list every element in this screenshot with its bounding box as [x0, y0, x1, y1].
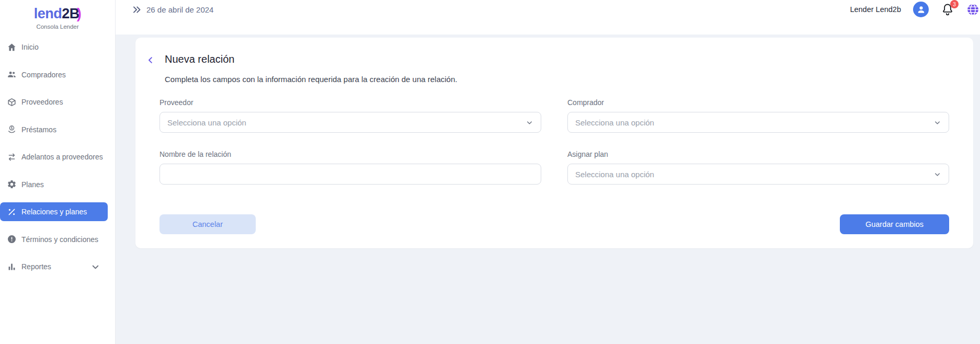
sidebar-item-planes[interactable]: Planes — [0, 171, 108, 199]
asignar-plan-select[interactable]: Selecciona una opción — [567, 164, 949, 185]
sidebar-item-label: Inicio — [21, 43, 39, 51]
relation-name-input[interactable] — [159, 164, 541, 185]
back-button[interactable] — [146, 55, 155, 65]
asignar-plan-label: Asignar plan — [567, 150, 949, 158]
brand-logo: lend2B) Consola Lender — [0, 0, 115, 30]
proveedor-field: Proveedor Selecciona una opción — [159, 98, 541, 133]
sidebar-item-label: Términos y condiciones — [21, 235, 98, 244]
loan-icon — [5, 124, 18, 135]
logo-subtitle: Consola Lender — [0, 24, 115, 30]
asignar-plan-placeholder: Selecciona una opción — [575, 170, 933, 179]
sidebar-item-label: Préstamos — [21, 125, 56, 134]
cancel-button[interactable]: Cancelar — [159, 214, 256, 234]
sidebar-item-compradores[interactable]: Compradores — [0, 61, 108, 89]
new-relation-card: Nueva relación Completa los campos con l… — [135, 38, 973, 248]
chevron-down-icon — [933, 170, 941, 178]
proveedor-label: Proveedor — [159, 98, 541, 107]
chevron-left-icon — [146, 55, 155, 65]
sidebar-item-label: Reportes — [21, 262, 51, 271]
users-icon — [5, 70, 18, 80]
language-button[interactable] — [966, 3, 979, 16]
comprador-label: Comprador — [567, 98, 949, 107]
page-subtitle: Completa los campos con la información r… — [165, 75, 457, 84]
sidebar-item-proveedores[interactable]: Proveedores — [0, 88, 108, 116]
sidebar-item-label: Adelantos a proveedores — [21, 153, 103, 161]
user-name: Lender Lend2b — [850, 5, 901, 14]
sidebar-collapse-button[interactable] — [132, 5, 142, 15]
person-icon — [916, 5, 926, 15]
comprador-field: Comprador Selecciona una opción — [567, 98, 949, 133]
sidebar-item-inicio[interactable]: Inicio — [0, 33, 108, 61]
relation-name-field: Nombre de la relación — [159, 150, 541, 185]
sidebar-item-label: Relaciones y planes — [21, 208, 87, 216]
logo-primary-text: lend — [34, 6, 62, 21]
sidebar-item-adelantos[interactable]: Adelantos a proveedores — [0, 143, 108, 171]
sidebar-item-label: Planes — [21, 180, 44, 189]
page-title: Nueva relación — [165, 53, 234, 65]
sidebar-item-terminos[interactable]: Términos y condiciones — [0, 226, 108, 254]
save-button[interactable]: Guardar cambios — [840, 214, 949, 234]
sidebar-item-prestamos[interactable]: Préstamos — [0, 116, 108, 144]
sidebar-item-relaciones-y-planes[interactable]: Relaciones y planes — [0, 202, 108, 221]
chevron-down-icon — [526, 119, 533, 127]
proveedor-select[interactable]: Selecciona una opción — [159, 112, 541, 133]
logo-text: lend2B) — [0, 5, 115, 22]
user-avatar-button[interactable] — [913, 2, 929, 17]
asignar-plan-field: Asignar plan Selecciona una opción — [567, 150, 949, 185]
comprador-select[interactable]: Selecciona una opción — [567, 112, 949, 133]
bar-chart-icon — [5, 261, 18, 272]
percent-icon — [5, 207, 18, 217]
logo-accent-mark: ) — [77, 6, 82, 21]
sidebar: lend2B) Consola Lender Inicio Compradore… — [0, 0, 116, 344]
main-content: Nueva relación Completa los campos con l… — [116, 35, 980, 344]
double-chevron-right-icon — [132, 5, 142, 15]
chevron-down-icon — [90, 262, 100, 272]
chevron-down-icon — [933, 119, 941, 127]
alert-circle-icon — [5, 234, 18, 245]
notifications-button[interactable]: 3 — [941, 3, 954, 16]
package-icon — [5, 97, 18, 107]
sidebar-nav: Inicio Compradores Proveedores Préstam — [0, 33, 116, 281]
proveedor-placeholder: Selecciona una opción — [167, 118, 526, 127]
globe-icon — [966, 3, 979, 16]
home-icon — [5, 42, 18, 52]
transfer-icon — [5, 152, 18, 162]
comprador-placeholder: Selecciona una opción — [575, 118, 933, 127]
sidebar-item-label: Proveedores — [21, 98, 63, 106]
gear-icon — [5, 179, 18, 190]
sidebar-item-label: Compradores — [21, 71, 66, 79]
sidebar-item-reportes[interactable]: Reportes — [0, 253, 108, 281]
topbar: 26 de abril de 2024 Lender Lend2b 3 — [116, 0, 980, 35]
notification-badge: 3 — [950, 0, 959, 8]
relation-name-label: Nombre de la relación — [159, 150, 541, 158]
current-date: 26 de abril de 2024 — [146, 5, 213, 14]
